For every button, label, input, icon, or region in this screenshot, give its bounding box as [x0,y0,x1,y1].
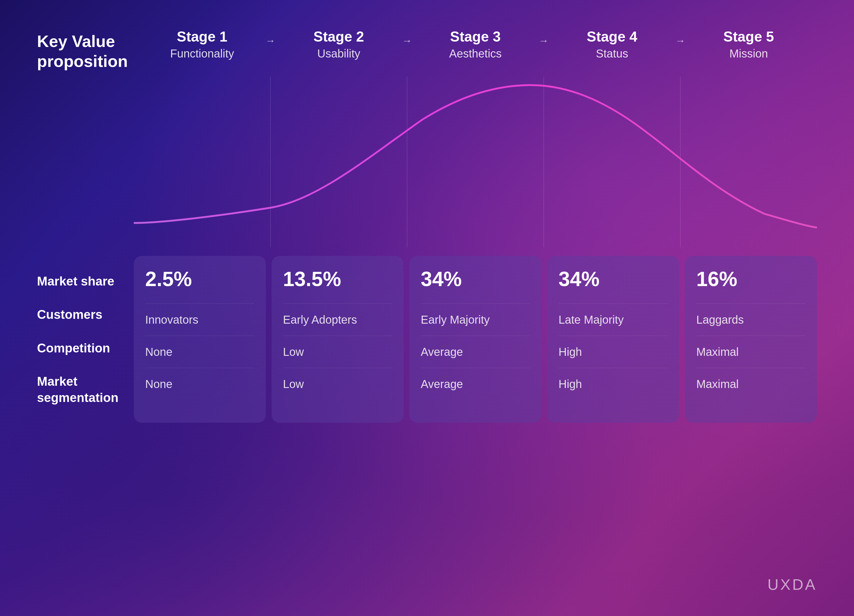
chart-area [37,76,817,247]
data-col-4: 34%Late MajorityHighHigh [547,256,679,423]
key-value-column: Key Value proposition [37,29,134,71]
market-segmentation-5: Maximal [696,368,805,400]
competition-3: Average [421,335,530,368]
market-share-5: 16% [696,269,805,289]
header-row: Key Value proposition Stage 1Functionali… [37,29,817,71]
competition-2: Low [283,335,392,368]
customers-2: Early Adopters [283,303,392,335]
competition-4: High [558,335,668,368]
stage-2-subtitle: Usability [317,47,360,60]
page-title: Key Value proposition [37,31,134,71]
market-segmentation-1: None [145,368,255,400]
stage-3-subtitle: Aesthetics [449,47,502,60]
row-label-2: Competition [37,331,125,364]
stage-5-subtitle: Mission [729,47,768,60]
bell-curve-chart [134,76,817,247]
stage-header-1: Stage 1Functionality→ [134,29,270,60]
data-col-1: 2.5%InnovatorsNoneNone [134,256,266,423]
stage-header-2: Stage 2Usability→ [270,29,407,60]
stage-4-number: Stage 4 [587,29,637,45]
customers-3: Early Majority [421,303,530,335]
market-share-1: 2.5% [145,269,255,289]
stage-2-number: Stage 2 [313,29,364,45]
row-label-1: Customers [37,298,125,331]
data-section: Market shareCustomersCompetitionMarket s… [37,256,817,423]
uxda-logo: UXDA [767,576,817,593]
stage-header-5: Stage 5Mission [680,29,817,60]
market-segmentation-2: Low [283,368,392,400]
row-label-3: Market segmentation [37,364,125,414]
market-segmentation-4: High [558,368,668,400]
stage-1-number: Stage 1 [177,29,227,45]
data-columns: 2.5%InnovatorsNoneNone13.5%Early Adopter… [134,256,817,423]
competition-5: Maximal [696,335,805,368]
market-share-2: 13.5% [283,269,392,289]
row-label-0: Market share [37,264,125,298]
stage-1-subtitle: Functionality [170,47,234,60]
row-labels-column: Market shareCustomersCompetitionMarket s… [37,256,134,423]
customers-4: Late Majority [558,303,668,335]
data-col-2: 13.5%Early AdoptersLowLow [271,256,404,423]
stage-3-number: Stage 3 [450,29,501,45]
competition-1: None [145,335,255,368]
market-segmentation-3: Average [421,368,530,400]
stage-5-number: Stage 5 [723,29,774,45]
stage-header-3: Stage 3Aesthetics→ [407,29,544,60]
data-col-5: 16%LaggardsMaximalMaximal [685,256,817,423]
data-col-3: 34%Early MajorityAverageAverage [409,256,541,423]
market-share-3: 34% [421,269,530,289]
market-share-4: 34% [558,269,668,289]
customers-1: Innovators [145,303,255,335]
customers-5: Laggards [696,303,805,335]
stage-4-subtitle: Status [596,47,628,60]
stage-header-4: Stage 4Status→ [544,29,680,60]
stages-header: Stage 1Functionality→Stage 2Usability→St… [134,29,817,60]
